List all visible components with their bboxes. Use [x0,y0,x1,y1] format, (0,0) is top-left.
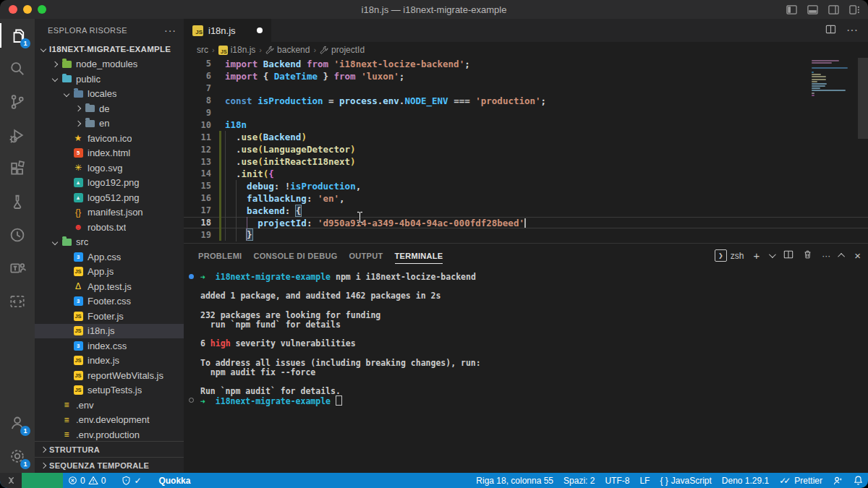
code-line-11[interactable]: 11 .use(Backend) [184,131,868,143]
tree-item-node-modules[interactable]: node_modules [35,57,184,72]
remote-indicator[interactable] [0,473,22,488]
tree-item-footer-js[interactable]: JSFooter.js [35,309,184,324]
panel-tab-terminale[interactable]: TERMINALE [395,244,443,267]
code-line-20[interactable]: 20 }); [184,241,868,243]
code-line-13[interactable]: 13 .use(initReactI18next) [184,155,868,168]
status-eol[interactable]: LF [634,473,655,488]
code-line-19[interactable]: 19 } [184,228,868,241]
code-line-8[interactable]: 8const isProduction = process.env.NODE_E… [184,95,868,107]
modified-dot-icon[interactable] [257,27,263,33]
status-encoding[interactable]: UTF-8 [600,473,634,488]
toggle-secondary-sidebar-icon[interactable] [827,4,840,16]
tree-item--env-production[interactable]: ≡.env.production [35,427,184,441]
chevron-right-icon[interactable] [49,62,61,67]
sidebar-section-sequenza-temporale[interactable]: SEQUENZA TEMPORALE [35,457,184,473]
tree-item-src[interactable]: src [35,235,184,250]
command-decoration-filled[interactable] [189,274,194,279]
breadcrumb-item-projectid[interactable]: projectId [320,45,365,55]
chevron-right-icon[interactable] [72,106,84,111]
tab-i18n-js[interactable]: JS i18n.js [184,19,271,42]
close-panel-icon[interactable]: × [854,249,861,262]
code-line-10[interactable]: 10i18n [184,119,868,131]
command-decoration-hollow[interactable] [189,398,194,403]
close-window-button[interactable] [9,5,17,14]
maximize-panel-icon[interactable] [838,253,845,260]
tree-item-setuptests-js[interactable]: JSsetupTests.js [35,383,184,398]
terminal-output[interactable]: ➜ i18next-migrate-example npm i i18next-… [184,267,868,473]
code-line-5[interactable]: 5import Backend from 'i18next-locize-bac… [184,58,868,70]
status-notifications[interactable] [848,473,868,488]
remote-window-indicator[interactable] [22,473,63,488]
quokka-status[interactable]: Quokka [153,473,195,488]
more-panel-actions-icon[interactable]: ··· [822,251,830,261]
activity-teams-icon[interactable] [0,252,35,285]
breadcrumb-item-i18n-js[interactable]: JSi18n.js [218,45,256,55]
code-line-14[interactable]: 14 .init({ [184,168,868,180]
activity-source-control-icon[interactable] [0,85,35,119]
tree-item-app-test-js[interactable]: ΔApp.test.js [35,279,184,294]
tree-item-footer-css[interactable]: 3Footer.css [35,294,184,309]
tree-item-app-js[interactable]: JSApp.js [35,265,184,280]
tree-item-locales[interactable]: locales [35,87,184,102]
tree-item-robots-txt[interactable]: ☻robots.txt [35,220,184,235]
customize-layout-icon[interactable] [848,4,861,16]
code-line-18[interactable]: 18 projectId: 'd950a914-a349-4b04-94ac-0… [184,217,868,229]
activity-search-icon[interactable] [0,52,35,85]
tree-item-favicon-ico[interactable]: ★favicon.ico [35,131,184,146]
kill-terminal-icon[interactable] [803,249,812,262]
activity-testing-icon[interactable] [0,185,35,218]
code-line-17[interactable]: 17 backend: { [184,205,868,217]
tree-item-index-js[interactable]: JSindex.js [35,354,184,369]
tree-item-index-html[interactable]: 5index.html [35,146,184,161]
chevron-down-icon[interactable] [49,77,61,81]
tree-item-reportwebvitals-js[interactable]: JSreportWebVitals.js [35,368,184,383]
status-deno-version[interactable]: Deno 1.29.1 [717,473,774,488]
tree-item-logo192-png[interactable]: ▲logo192.png [35,176,184,191]
activity-settings-icon[interactable]: 1 [0,440,35,473]
tree-item-app-css[interactable]: 3App.css [35,249,184,265]
chevron-down-icon[interactable] [61,92,72,96]
code-editor[interactable]: 5import Backend from 'i18next-locize-bac… [184,58,868,243]
zoom-window-button[interactable] [38,5,46,14]
tree-item-manifest-json[interactable]: {}manifest.json [35,205,184,221]
tree-root-folder[interactable]: I18NEXT-MIGRATE-EXAMPLE [35,42,184,57]
tree-item-index-css[interactable]: 3index.css [35,338,184,354]
status-feedback[interactable] [827,473,848,488]
activity-run-and-debug-icon[interactable] [0,119,35,152]
code-line-15[interactable]: 15 debug: !isProduction, [184,180,868,192]
tree-item-de[interactable]: de [35,101,184,116]
tree-item-i18n-js[interactable]: JSi18n.js [35,324,184,339]
status-language-mode[interactable]: { }JavaScript [655,473,716,488]
terminal-profile-dropdown-icon[interactable] [769,251,776,258]
code-line-12[interactable]: 12 .use(LanguageDetector) [184,143,868,155]
split-editor-icon[interactable] [825,24,836,38]
new-terminal-icon[interactable]: + [753,249,760,262]
tree-item--env-development[interactable]: ≡.env.development [35,413,184,428]
tree-item-en[interactable]: en [35,116,184,132]
panel-tab-output[interactable]: OUTPUT [349,244,383,267]
status-prettier[interactable]: ✓✓Prettier [774,473,827,488]
tree-item-public[interactable]: public [35,72,184,87]
activity-live-preview-icon[interactable] [0,285,35,318]
activity-accounts-icon[interactable]: 1 [0,406,35,440]
code-line-6[interactable]: 6import { DateTime } from 'luxon'; [184,70,868,82]
more-editor-actions-icon[interactable]: ··· [846,24,858,37]
tree-item--env[interactable]: ≡.env [35,398,184,413]
code-line-7[interactable]: 7 [184,82,868,95]
panel-tab-console-di-debug[interactable]: CONSOLE DI DEBUG [253,244,337,267]
status-cursor-position[interactable]: Riga 18, colonna 55 [471,473,558,488]
tree-item-logo-svg[interactable]: ✳logo.svg [35,160,184,176]
activity-history-circle-icon[interactable] [0,218,35,252]
split-terminal-icon[interactable] [783,249,793,262]
breadcrumb-item-backend[interactable]: backend [265,45,310,55]
minimize-window-button[interactable] [23,5,32,14]
terminal-instance[interactable]: ❯ zsh [715,249,744,262]
workspace-trust-status[interactable]: ✓ [116,473,146,488]
tree-item-logo512-png[interactable]: ▲logo512.png [35,190,184,205]
panel-tab-problemi[interactable]: PROBLEMI [198,244,242,267]
chevron-right-icon[interactable] [72,121,84,126]
toggle-panel-icon[interactable] [807,4,819,16]
status-indentation[interactable]: Spazi: 2 [558,473,600,488]
chevron-down-icon[interactable] [49,240,61,244]
breadcrumb-item-src[interactable]: src [197,45,208,55]
